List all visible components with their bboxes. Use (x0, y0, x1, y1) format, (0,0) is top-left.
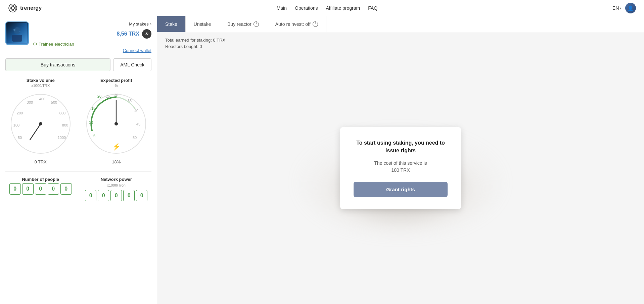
avatar-image (6, 22, 28, 44)
svg-text:5: 5 (93, 134, 95, 138)
svg-text:1000: 1000 (58, 136, 66, 140)
stake-volume-title: Stake volume (5, 78, 76, 83)
svg-point-1 (11, 7, 14, 9)
svg-text:800: 800 (62, 123, 68, 127)
power-digit-1: 0 (98, 190, 109, 201)
user-avatar (5, 21, 29, 45)
network-section: Number of people 0 0 0 0 0 Network power… (5, 177, 151, 201)
svg-text:40: 40 (134, 109, 138, 113)
tabs-bar: Stake Unstake Buy reactor i Auto reinves… (157, 16, 644, 32)
svg-text:35: 35 (128, 99, 132, 103)
stats-row: Stake volume x1000/TRX 50 100 200 (5, 78, 151, 164)
nav-main[interactable]: Main (277, 5, 287, 11)
nav-affiliate[interactable]: Affiliate program (326, 5, 360, 11)
nav-links: Main Operations Affiliate program FAQ (277, 5, 378, 11)
people-digit-1: 0 (22, 183, 34, 195)
left-panel: My stakes › 8,56 TRX 👁 ⚙ Trainee electri… (0, 16, 157, 304)
power-digit-3: 0 (123, 190, 135, 201)
role-badge: ⚙ Trainee electrician (33, 41, 151, 47)
nav-faq[interactable]: FAQ (368, 5, 377, 11)
svg-text:20: 20 (97, 94, 101, 98)
power-digit-4: 0 (136, 190, 147, 201)
auto-reinvest-info-icon: i (313, 21, 318, 27)
svg-text:50: 50 (133, 136, 137, 140)
power-digits: 0 0 0 0 0 (81, 190, 152, 201)
svg-text:⚡: ⚡ (112, 143, 121, 151)
expected-profit-subtitle: % (81, 84, 152, 88)
my-stakes-link[interactable]: My stakes › (129, 21, 151, 27)
navbar: trenergy Main Operations Affiliate progr… (0, 0, 644, 16)
people-digit-0: 0 (9, 183, 21, 195)
stake-volume-gauge: 50 100 200 300 400 500 600 (5, 90, 76, 157)
stake-volume-value: 0 TRX (5, 159, 76, 164)
content-area: Total earned for staking: 0 TRX Reactors… (157, 32, 644, 304)
role-icon: ⚙ (33, 41, 37, 47)
stake-volume-block: Stake volume x1000/TRX 50 100 200 (5, 78, 76, 164)
svg-text:30: 30 (114, 93, 118, 97)
balance-amount: 8,56 TRX (117, 31, 139, 37)
logo-text: trenergy (20, 5, 42, 11)
svg-text:400: 400 (39, 97, 45, 101)
expected-profit-gauge: 30 25 35 40 45 50 20 15 10 5 (81, 90, 152, 157)
avatar[interactable]: 👤 (625, 3, 636, 13)
svg-point-33 (114, 122, 118, 125)
power-title: Network power (81, 177, 152, 182)
svg-line-19 (30, 124, 41, 140)
modal-overlay: To start using staking, you need to issu… (157, 32, 644, 304)
buy-reactor-info-icon: i (254, 21, 259, 27)
user-info: My stakes › 8,56 TRX 👁 ⚙ Trainee electri… (33, 21, 151, 53)
stats-section: Stake volume x1000/TRX 50 100 200 (5, 78, 151, 164)
number-of-people-block: Number of people 0 0 0 0 0 (5, 177, 76, 201)
expected-profit-block: Expected profit % 30 25 35 (81, 78, 152, 164)
right-panel: Stake Unstake Buy reactor i Auto reinves… (157, 16, 644, 304)
modal-title: To start using staking, you need to issu… (354, 139, 448, 154)
people-digit-4: 0 (60, 183, 72, 195)
nav-operations[interactable]: Operations (295, 5, 318, 11)
tab-stake[interactable]: Stake (157, 16, 186, 32)
divider (5, 171, 151, 171)
lang-chevron: › (619, 5, 621, 11)
expected-profit-value: 18% (81, 159, 152, 164)
tab-buy-reactor[interactable]: Buy reactor i (219, 16, 267, 32)
connect-wallet-link[interactable]: Connect wallet (33, 48, 151, 53)
power-digit-0: 0 (85, 190, 96, 201)
modal-subtitle-text: The cost of this service is 100 TRX (374, 160, 427, 173)
people-digit-2: 0 (35, 183, 46, 195)
stake-volume-subtitle: x1000/TRX (5, 84, 76, 88)
modal-subtitle: The cost of this service is 100 TRX (354, 160, 448, 174)
svg-text:25: 25 (106, 94, 110, 98)
lang-selector[interactable]: EN › (612, 5, 621, 11)
aml-check-button[interactable]: AML Check (113, 58, 151, 71)
toggle-balance-button[interactable]: 👁 (142, 29, 151, 39)
power-subtitle: x1000/Tron (81, 183, 152, 187)
svg-text:500: 500 (51, 100, 57, 104)
svg-text:200: 200 (17, 111, 23, 115)
buy-transactions-button[interactable]: Buy transactions (5, 58, 110, 71)
action-buttons: Buy transactions AML Check (5, 58, 151, 71)
svg-text:50: 50 (18, 136, 22, 140)
people-digits: 0 0 0 0 0 (5, 183, 76, 195)
stakes-chevron: › (150, 21, 151, 27)
tab-unstake[interactable]: Unstake (186, 16, 219, 32)
network-power-block: Network power x1000/Tron 0 0 0 0 0 (81, 177, 152, 201)
svg-point-8 (19, 31, 20, 32)
lang-label: EN (612, 5, 619, 11)
main-layout: My stakes › 8,56 TRX 👁 ⚙ Trainee electri… (0, 16, 644, 304)
modal-card: To start using staking, you need to issu… (340, 127, 461, 209)
tab-auto-reinvest[interactable]: Auto reinvest: off i (267, 16, 326, 32)
grant-rights-button[interactable]: Grant rights (354, 182, 448, 197)
tab-auto-reinvest-label: Auto reinvest: off (275, 21, 311, 27)
svg-point-20 (39, 122, 42, 125)
tab-buy-reactor-label: Buy reactor (227, 21, 251, 27)
power-digit-2: 0 (110, 190, 122, 201)
svg-text:300: 300 (27, 100, 33, 104)
svg-point-7 (13, 29, 15, 31)
svg-text:600: 600 (59, 111, 65, 115)
svg-text:100: 100 (13, 123, 19, 127)
people-digit-3: 0 (48, 183, 59, 195)
svg-text:45: 45 (136, 122, 140, 126)
navbar-right: EN › 👤 (612, 3, 636, 13)
expected-profit-title: Expected profit (81, 78, 152, 83)
svg-text:10: 10 (89, 120, 93, 124)
balance-row: 8,56 TRX 👁 (33, 29, 151, 39)
